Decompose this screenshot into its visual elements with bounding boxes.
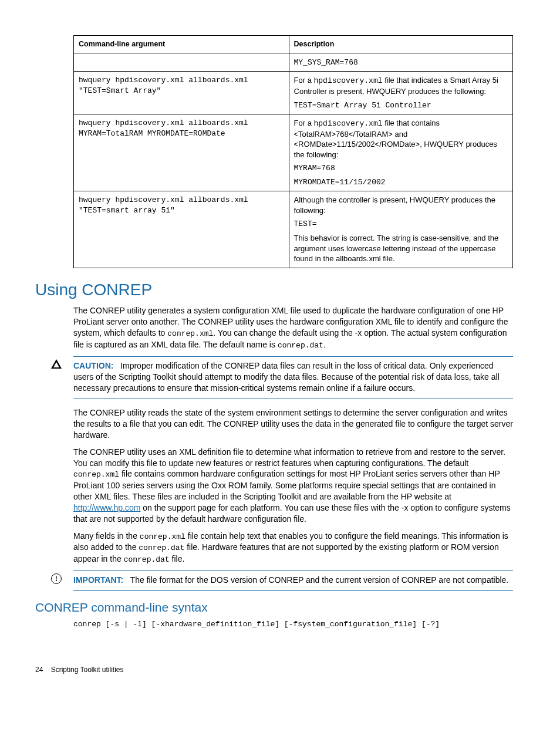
important-label: IMPORTANT: (73, 575, 123, 585)
table-row: hwquery hpdiscovery.xml allboards.xml "T… (74, 191, 513, 268)
important-icon: ! (51, 573, 62, 584)
th-desc: Description (289, 36, 512, 53)
caution-icon (51, 359, 62, 370)
heading-using-conrep: Using CONREP (35, 279, 513, 301)
hp-website-link[interactable]: http://www.hp.com (73, 503, 140, 512)
table-row: MY_SYS_RAM=768 (74, 53, 513, 72)
heading-conrep-syntax: CONREP command-line syntax (35, 599, 513, 616)
caution-admonition: CAUTION: Improper modification of the CO… (73, 356, 513, 399)
body-paragraph: The CONREP utility reads the state of th… (73, 407, 513, 441)
page-footer: 24 Scripting Toolkit utilities (35, 665, 513, 674)
intro-paragraph: The CONREP utility generates a system co… (73, 305, 513, 350)
body-paragraph: The CONREP utility uses an XML definitio… (73, 447, 513, 525)
table-row: hwquery hpdiscovery.xml allboards.xml MY… (74, 114, 513, 191)
important-admonition: ! IMPORTANT: The file format for the DOS… (73, 571, 513, 591)
table-row: hwquery hpdiscovery.xml allboards.xml "T… (74, 72, 513, 114)
args-table: Command-line argument Description MY_SYS… (73, 35, 513, 268)
footer-title: Scripting Toolkit utilities (51, 666, 124, 674)
syntax-code: conrep [-s | -l] [-xhardware_definition_… (73, 619, 513, 630)
page-number: 24 (35, 666, 43, 674)
th-arg: Command-line argument (74, 36, 289, 53)
caution-label: CAUTION: (73, 361, 113, 370)
body-paragraph: Many fields in the conrep.xml file conta… (73, 531, 513, 565)
